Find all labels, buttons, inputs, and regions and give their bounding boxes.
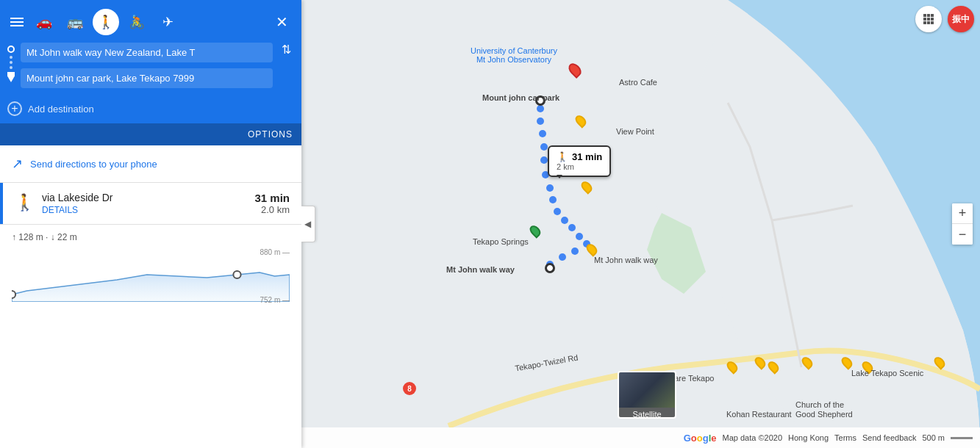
svg-point-0 [233, 271, 240, 278]
google-logo: Google [684, 433, 717, 444]
yellow-marker-d [843, 356, 851, 369]
add-destination-row[interactable]: + Add destination [0, 95, 301, 123]
route-dot [571, 248, 579, 255]
terms-link[interactable]: Terms [834, 433, 856, 442]
waypoints: ⇅ [7, 43, 294, 95]
scale-label: 500 m [922, 433, 945, 442]
viewpoint-marker [576, 115, 585, 127]
map-bottom-bar: Google Map data ©2020 Hong Kong Terms Se… [301, 427, 980, 448]
map-area[interactable]: ◀ [301, 0, 980, 448]
route-info: via Lakeside Dr DETAILS [42, 192, 254, 215]
church-label-2: Good Shepherd [795, 410, 853, 419]
elevation-chart: 880 m — 752 m — [12, 247, 290, 306]
transport-bike[interactable]: 🚴 [124, 9, 150, 35]
svg-rect-4 [931, 14, 934, 17]
left-panel: 🚗 🚌 🚶 🚴 ✈ ✕ ⇅ + [0, 0, 301, 448]
walk-icon-bubble: 🚶 [557, 151, 568, 162]
foursquare-marker [728, 361, 737, 373]
transport-row: 🚗 🚌 🚶 🚴 ✈ ✕ [7, 9, 294, 35]
top-right-icons: 振中 [915, 6, 974, 32]
svg-rect-10 [931, 21, 934, 24]
route-time-dist: 31 min 2.0 km [254, 192, 290, 215]
svg-rect-7 [931, 18, 934, 21]
svg-rect-2 [923, 14, 926, 17]
waypoint-icons [7, 43, 15, 82]
svg-rect-5 [923, 18, 926, 21]
walk-route-icon: 🚶 [15, 193, 35, 212]
yellow-marker-b [769, 361, 778, 373]
add-destination-text: Add destination [28, 104, 94, 115]
origin-input[interactable] [21, 43, 273, 62]
satellite-thumbnail[interactable]: Satellite [618, 371, 676, 419]
transport-drive[interactable]: 🚗 [31, 9, 57, 35]
route-dot [568, 224, 576, 231]
route-dot [549, 196, 557, 203]
transport-transit[interactable]: 🚌 [62, 9, 88, 35]
route-distance: 2.0 km [254, 204, 290, 215]
bubble-distance: 2 km [557, 162, 602, 171]
route-dot [546, 184, 554, 192]
send-icon: ↗ [12, 156, 23, 172]
car-park-label: Mount john car park [482, 93, 559, 102]
viewpoint-label: View Point [616, 127, 654, 136]
route-via: via Lakeside Dr [42, 192, 254, 203]
route-dot [559, 253, 566, 261]
hamburger-icon[interactable] [7, 15, 26, 29]
route-option[interactable]: 🚶 via Lakeside Dr DETAILS 31 min 2.0 km [0, 183, 301, 224]
route-dot [539, 130, 546, 137]
apps-grid-button[interactable] [915, 6, 942, 32]
tekapo-scenic-label: Lake Tekapo Scenic [851, 369, 923, 377]
route-time: 31 min [254, 192, 290, 204]
bubble-time: 31 min [572, 151, 602, 162]
send-directions[interactable]: ↗ Send directions to your phone [0, 145, 301, 183]
svg-rect-8 [923, 21, 926, 24]
route-dot [540, 143, 548, 151]
church-label-1: Church of the [795, 400, 844, 409]
add-destination-icon: + [7, 101, 22, 116]
end-marker [550, 268, 560, 278]
region-text: Hong Kong [788, 433, 829, 442]
zoom-out-button[interactable]: − [952, 224, 973, 245]
svg-rect-9 [927, 21, 930, 24]
elevation-labels: 880 m — 752 m — [260, 247, 290, 306]
transport-walk[interactable]: 🚶 [93, 9, 119, 35]
yellow-marker-e [756, 356, 765, 369]
mt-john-walkway-start-label: Mt John walk way [446, 265, 515, 274]
route-dot [561, 217, 568, 224]
satellite-label: Satellite [619, 408, 675, 419]
waypoint-inputs [21, 43, 273, 88]
scale-bar [951, 437, 973, 439]
origin-dot [7, 46, 15, 53]
profile-button[interactable]: 振中 [948, 6, 974, 32]
tekapo-springs-label: Tekapo Springs [473, 237, 529, 246]
tekapo-springs-marker [531, 225, 540, 237]
feedback-link[interactable]: Send feedback [862, 433, 916, 442]
route-details-link[interactable]: DETAILS [42, 205, 254, 215]
options-bar[interactable]: OPTIONS [0, 123, 301, 145]
svg-rect-3 [927, 14, 930, 17]
copyright-text: Map data ©2020 [723, 433, 783, 442]
start-marker [570, 62, 580, 77]
elevation-stats: ↑ 128 m · ↓ 22 m [12, 232, 290, 242]
satellite-image [619, 372, 675, 408]
destination-marker [540, 101, 551, 111]
zoom-in-button[interactable]: + [952, 203, 973, 224]
route-header: 🚗 🚌 🚶 🚴 ✈ ✕ ⇅ [0, 0, 301, 95]
zoom-controls: + − [952, 203, 973, 245]
close-button[interactable]: ✕ [270, 10, 294, 34]
mt-john-walkway-label: Mt John walk way [594, 256, 658, 264]
route-dot [540, 156, 548, 164]
yellow-marker-c [803, 356, 812, 369]
astro-cafe-label: Astro Cafe [619, 78, 657, 87]
yellow-marker-2 [582, 181, 591, 193]
collapse-panel-button[interactable]: ◀ [301, 206, 315, 242]
swap-button[interactable]: ⇅ [279, 43, 294, 57]
yellow-marker-3 [587, 243, 596, 256]
elevation-section: ↑ 128 m · ↓ 22 m 880 m — 752 m — [0, 224, 301, 313]
university-label: University of Canterbury Mt John Observa… [471, 46, 557, 64]
destination-pin-icon [7, 72, 15, 82]
transport-flight[interactable]: ✈ [154, 9, 181, 35]
destination-input[interactable] [21, 68, 273, 88]
kohan-marker [935, 356, 944, 369]
svg-point-1 [12, 291, 15, 298]
